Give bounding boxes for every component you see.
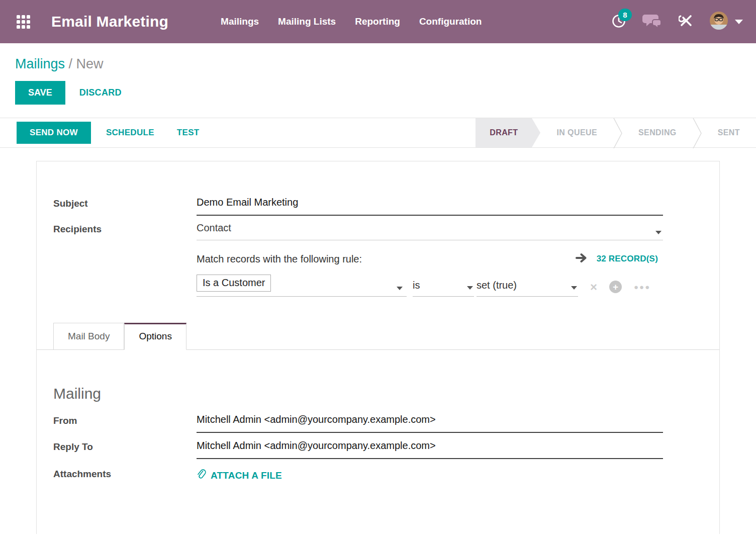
chat-icon xyxy=(642,13,663,31)
save-button[interactable]: SAVE xyxy=(15,81,65,105)
pipeline-chevron-icon xyxy=(693,118,702,147)
tools-button[interactable] xyxy=(679,13,694,30)
records-count-link[interactable]: 32 RECORD(S) xyxy=(597,254,658,264)
notebook-tabs: Mail Body Options xyxy=(37,323,719,349)
rule-value-select[interactable]: set (true) xyxy=(477,280,578,297)
chevron-down-icon xyxy=(735,20,743,24)
status-bar: SEND NOW SCHEDULE TEST DRAFT IN QUEUE SE… xyxy=(0,118,756,148)
chevron-down-icon xyxy=(571,286,577,290)
top-menu-bar: Mailings Mailing Lists Reporting Configu… xyxy=(221,16,482,27)
topbar: Email Marketing Mailings Mailing Lists R… xyxy=(0,0,756,43)
arrow-right-icon xyxy=(575,252,588,265)
menu-reporting[interactable]: Reporting xyxy=(355,16,400,27)
tools-icon xyxy=(679,13,694,30)
rule-value-text: set (true) xyxy=(477,280,517,291)
subject-row: Subject Demo Email Marketing xyxy=(53,197,719,216)
breadcrumb-mailings-link[interactable]: Mailings xyxy=(15,56,65,71)
options-tab-content: Mailing From Mitchell Admin <admin@yourc… xyxy=(37,349,719,484)
status-step-sending[interactable]: SENDING xyxy=(622,118,693,147)
chevron-down-icon xyxy=(397,287,403,290)
discard-button[interactable]: DISCARD xyxy=(79,87,122,98)
statusbar-buttons: SEND NOW SCHEDULE TEST xyxy=(0,118,199,147)
tab-mail-body[interactable]: Mail Body xyxy=(53,323,124,350)
rule-row-actions: × + ●●● xyxy=(590,281,650,293)
form-sheet: Subject Demo Email Marketing Recipients … xyxy=(36,161,720,534)
paperclip-icon xyxy=(197,468,207,483)
domain-rule-row: Is a Customer is set (true) × + ●●● xyxy=(197,275,719,297)
subject-input[interactable]: Demo Email Marketing xyxy=(197,197,663,216)
attachments-row: Attachments ATTACH A FILE xyxy=(53,467,719,484)
status-pipeline: DRAFT IN QUEUE SENDING SENT xyxy=(476,118,756,147)
record-actions: SAVE DISCARD xyxy=(0,72,756,105)
status-step-in-queue[interactable]: IN QUEUE xyxy=(540,118,613,147)
rule-operator-select[interactable]: is xyxy=(413,280,474,297)
recipients-select[interactable]: Contact xyxy=(197,222,663,240)
breadcrumb: Mailings / New xyxy=(0,43,756,72)
menu-configuration[interactable]: Configuration xyxy=(419,16,482,27)
schedule-button[interactable]: SCHEDULE xyxy=(106,128,154,138)
test-button[interactable]: TEST xyxy=(177,128,200,138)
menu-mailing-lists[interactable]: Mailing Lists xyxy=(278,16,336,27)
attach-file-button[interactable]: ATTACH A FILE xyxy=(197,467,282,484)
breadcrumb-new: New xyxy=(76,56,104,71)
from-input[interactable]: Mitchell Admin <admin@yourcompany.exampl… xyxy=(197,414,663,433)
recipients-row: Recipients Contact xyxy=(53,222,719,240)
apps-grid-icon[interactable] xyxy=(17,15,30,29)
mailing-section-title: Mailing xyxy=(53,385,719,402)
from-row: From Mitchell Admin <admin@yourcompany.e… xyxy=(53,414,719,433)
activities-button[interactable]: 8 xyxy=(611,13,626,30)
pipeline-chevron-icon xyxy=(613,118,622,147)
rule-operator-value: is xyxy=(413,280,420,291)
reply-to-row: Reply To Mitchell Admin <admin@yourcompa… xyxy=(53,440,719,459)
activity-count-badge: 8 xyxy=(618,9,632,21)
attachments-label: Attachments xyxy=(53,467,197,480)
attach-file-label: ATTACH A FILE xyxy=(211,470,282,481)
menu-mailings[interactable]: Mailings xyxy=(221,16,259,27)
app-title[interactable]: Email Marketing xyxy=(51,13,168,30)
add-rule-icon[interactable]: + xyxy=(609,281,622,293)
messages-button[interactable] xyxy=(642,13,663,31)
avatar xyxy=(710,12,728,32)
match-rule-row: Match records with the following rule: 3… xyxy=(53,252,719,265)
reply-to-input[interactable]: Mitchell Admin <admin@yourcompany.exampl… xyxy=(197,440,663,459)
chevron-down-icon xyxy=(467,286,473,290)
reply-to-label: Reply To xyxy=(53,440,197,453)
recipients-label: Recipients xyxy=(53,222,197,235)
rule-intro-text: Match records with the following rule: xyxy=(197,253,362,265)
breadcrumb-separator: / xyxy=(69,56,73,71)
rule-field-value[interactable]: Is a Customer xyxy=(197,275,271,292)
topbar-right-cluster: 8 xyxy=(611,12,743,32)
from-label: From xyxy=(53,414,197,426)
user-menu[interactable] xyxy=(710,12,743,32)
subject-label: Subject xyxy=(53,197,197,209)
status-step-draft[interactable]: DRAFT xyxy=(476,118,532,147)
send-now-button[interactable]: SEND NOW xyxy=(17,122,91,144)
add-branch-icon[interactable]: ●●● xyxy=(634,283,650,291)
status-step-sent[interactable]: SENT xyxy=(702,118,756,147)
rule-field-select[interactable]: Is a Customer xyxy=(197,275,407,297)
delete-rule-icon[interactable]: × xyxy=(590,281,597,293)
tab-options[interactable]: Options xyxy=(124,323,186,350)
chevron-down-icon xyxy=(655,231,662,234)
